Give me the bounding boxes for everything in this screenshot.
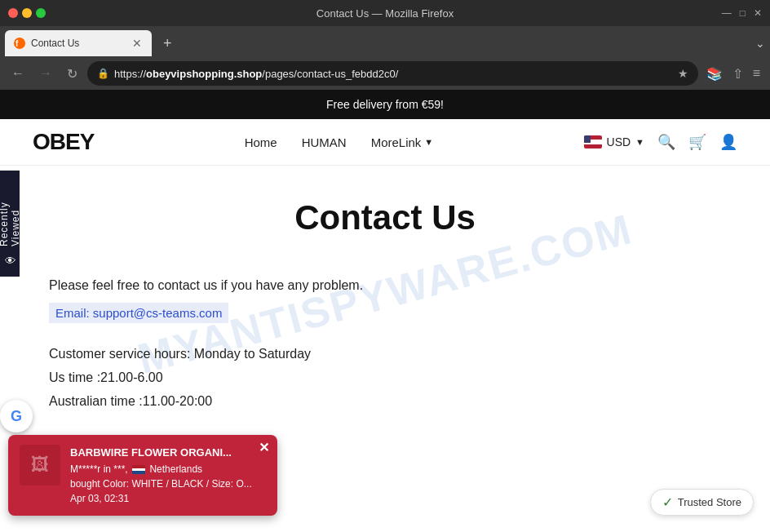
nav-home[interactable]: Home (245, 135, 277, 149)
trusted-store-label: Trusted Store (678, 496, 741, 498)
notification-buyer: M*****r in ***, Netherlands (70, 462, 266, 477)
service-hours-line3: Australian time :11.00-20:00 (49, 390, 721, 414)
notification-time: Apr 03, 02:31 (70, 491, 266, 498)
nav-bar: ← → ↻ 🔒 https://obeyvipshopping.shop/pag… (0, 57, 770, 90)
search-icon[interactable]: 🔍 (657, 133, 675, 151)
title-bar-controls: — □ ✕ (722, 7, 762, 19)
site-logo[interactable]: OBEY (33, 129, 94, 155)
address-icons: ★ (678, 67, 688, 80)
nav-right-icons: 📚 ⇧ ≡ (703, 63, 763, 85)
google-g-icon: G (11, 408, 22, 425)
eye-icon: 👁 (3, 253, 16, 265)
notification-popup: 🖼 BARBWIRE FLOWER ORGANI... M*****r in *… (8, 435, 277, 499)
forward-button[interactable]: → (34, 63, 57, 84)
page-title: Contact Us (49, 198, 721, 237)
cart-icon[interactable]: 🛒 (688, 133, 706, 151)
window-title: Contact Us — Mozilla Firefox (316, 7, 454, 20)
url-text[interactable]: https://obeyvipshopping.shop/pages/conta… (114, 68, 673, 80)
notification-content: BARBWIRE FLOWER ORGANI... M*****r in ***… (70, 445, 266, 499)
notification-product-image: 🖼 (20, 445, 60, 485)
close-icon[interactable]: ✕ (754, 7, 762, 19)
active-tab[interactable]: f Contact Us ✕ (5, 30, 152, 56)
currency-selector[interactable]: USD ▼ (584, 135, 644, 149)
notification-title: BARBWIRE FLOWER ORGANI... (70, 445, 266, 461)
contact-hours: Customer service hours: Monday to Saturd… (49, 343, 721, 413)
browser-chrome: Contact Us — Mozilla Firefox — □ ✕ f Con… (0, 0, 770, 90)
netherlands-flag-icon (132, 465, 145, 474)
reload-button[interactable]: ↻ (62, 63, 82, 85)
site-header: OBEY Home HUMAN MoreLink ▼ USD ▼ 🔍 🛒 👤 (0, 119, 770, 166)
nav-morelink[interactable]: MoreLink ▼ (371, 135, 434, 149)
site-nav: Home HUMAN MoreLink ▼ (245, 135, 434, 149)
title-bar-left (8, 8, 46, 18)
currency-label: USD (607, 135, 631, 149)
trusted-check-icon: ✓ (662, 494, 673, 498)
chevron-down-icon: ▼ (424, 137, 433, 147)
contact-intro: Please feel free to contact us if you ha… (49, 278, 721, 293)
more-icon[interactable]: ≡ (750, 63, 763, 84)
url-prefix: https:// (114, 68, 146, 80)
back-button[interactable]: ← (7, 63, 29, 84)
google-translate-button[interactable]: G (0, 400, 33, 432)
share-icon[interactable]: ⇧ (729, 63, 746, 85)
traffic-lights (8, 8, 46, 18)
restore-icon[interactable]: □ (740, 7, 746, 19)
minimize-icon[interactable]: — (722, 7, 732, 19)
tab-title: Contact Us (31, 38, 126, 49)
minimize-window-button[interactable] (22, 8, 32, 18)
nav-human[interactable]: HUMAN (302, 135, 347, 149)
page-content: Contact Us Please feel free to contact u… (0, 166, 770, 462)
service-hours-line2: Us time :21.00-6.00 (49, 366, 721, 390)
announcement-bar: Free delivery from €59! (0, 90, 770, 119)
url-path: /pages/contact-us_febdd2c0/ (262, 68, 398, 80)
contact-email-link[interactable]: Email: support@cs-teams.com (49, 303, 228, 323)
address-bar[interactable]: 🔒 https://obeyvipshopping.shop/pages/con… (87, 61, 698, 86)
new-tab-button[interactable]: + (158, 33, 177, 54)
header-right: USD ▼ 🔍 🛒 👤 (584, 133, 737, 151)
tab-favicon: f (13, 37, 26, 50)
recently-viewed-label: Recently Viewed (0, 182, 21, 246)
notification-detail: bought Color: WHITE / BLACK / Size: O... (70, 477, 266, 491)
title-bar: Contact Us — Mozilla Firefox — □ ✕ (0, 0, 770, 26)
url-domain: obeyvipshopping.shop (146, 68, 262, 80)
user-icon[interactable]: 👤 (719, 133, 737, 151)
pocket-icon[interactable]: 📚 (703, 63, 726, 85)
tab-close-button[interactable]: ✕ (131, 37, 144, 50)
recently-viewed-sidebar[interactable]: 👁 Recently Viewed (0, 171, 20, 277)
service-hours-line1: Customer service hours: Monday to Saturd… (49, 343, 721, 366)
trusted-store-badge[interactable]: ✓ Trusted Store (650, 489, 754, 498)
currency-chevron-icon: ▼ (635, 137, 644, 147)
security-icon: 🔒 (97, 68, 109, 79)
image-placeholder-icon: 🖼 (31, 454, 49, 476)
announcement-text: Free delivery from €59! (326, 98, 444, 111)
maximize-window-button[interactable] (36, 8, 46, 18)
tab-bar: f Contact Us ✕ + ⌄ (0, 26, 770, 57)
us-flag-icon (584, 135, 602, 149)
close-window-button[interactable] (8, 8, 18, 18)
notification-close-button[interactable]: ✕ (259, 440, 269, 455)
tab-list-button[interactable]: ⌄ (755, 37, 765, 50)
bookmark-icon[interactable]: ★ (678, 67, 688, 80)
